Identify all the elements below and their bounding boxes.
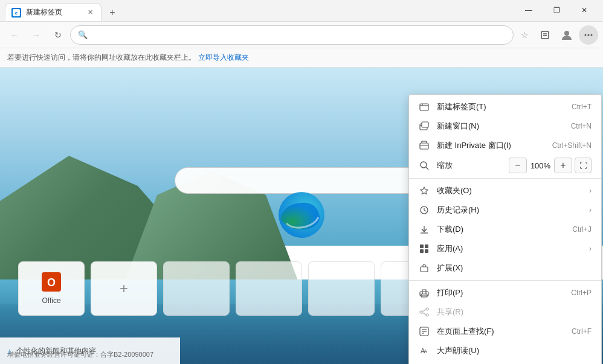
menu-divider-2 xyxy=(409,280,601,281)
tab-close-button[interactable]: ✕ xyxy=(85,8,95,18)
share-icon xyxy=(419,307,430,318)
svg-text:e: e xyxy=(15,10,18,16)
svg-rect-32 xyxy=(421,267,428,272)
address-input[interactable] xyxy=(92,30,506,39)
menu-button[interactable] xyxy=(579,25,598,45)
search-icon: 🔍 xyxy=(78,30,88,39)
menu-item-more-tools[interactable]: 更多工具(L) › xyxy=(409,360,601,364)
menu-item-find-shortcut: Ctrl+F xyxy=(572,327,592,336)
svg-text:O: O xyxy=(47,276,56,289)
menu-item-inprivate[interactable]: 新建 InPrivate 窗口(I) Ctrl+Shift+N xyxy=(409,136,601,155)
zoom-label-text: 缩放 xyxy=(437,160,453,171)
main-content: B xyxy=(0,68,603,364)
menu-item-new-window-label: 新建窗口(N) xyxy=(437,121,564,132)
svg-text:A: A xyxy=(424,348,427,354)
downloads-icon xyxy=(419,224,430,235)
restore-button[interactable]: ❐ xyxy=(543,0,570,21)
zoom-fullscreen-button[interactable]: ⛶ xyxy=(575,158,592,173)
search-input[interactable] xyxy=(185,176,408,185)
svg-rect-29 xyxy=(425,244,428,248)
address-input-wrap: 🔍 xyxy=(70,25,514,45)
back-button[interactable]: ← xyxy=(5,25,24,45)
favorites-bar: 若要进行快速访问，请将你的网址收藏放在此收藏夹栏上。 立即导入收藏夹 xyxy=(0,48,603,68)
menu-divider-1 xyxy=(409,178,601,179)
office-tile[interactable]: O Office xyxy=(18,261,85,316)
zoom-value: 100% xyxy=(527,161,554,170)
favorites-star-button[interactable]: ☆ xyxy=(516,27,533,43)
svg-point-36 xyxy=(420,311,422,313)
svg-rect-2 xyxy=(541,31,549,39)
favorites-icon xyxy=(419,185,430,196)
collections-button[interactable] xyxy=(535,25,555,45)
office-icon: O xyxy=(42,272,61,292)
menu-item-find-label: 在页面上查找(F) xyxy=(437,326,564,337)
address-bar: ← → ↻ 🔍 ☆ xyxy=(0,22,603,48)
empty-tile-1[interactable] xyxy=(163,261,230,316)
office-tile-label: Office xyxy=(42,296,60,305)
history-arrow-icon: › xyxy=(589,206,592,214)
menu-item-extensions-label: 扩展(X) xyxy=(437,263,592,273)
inprivate-icon xyxy=(419,140,430,151)
svg-point-7 xyxy=(588,34,590,36)
menu-item-inprivate-label: 新建 InPrivate 窗口(I) xyxy=(437,140,545,151)
active-tab[interactable]: e 新建标签页 ✕ xyxy=(5,3,102,21)
svg-rect-17 xyxy=(422,122,428,127)
menu-item-favorites[interactable]: 收藏夹(O) › xyxy=(409,181,601,200)
menu-item-extensions[interactable]: 扩展(X) xyxy=(409,258,601,278)
svg-point-5 xyxy=(564,31,569,36)
svg-line-39 xyxy=(422,313,426,315)
empty-tile-2[interactable] xyxy=(236,261,302,316)
zoom-in-button[interactable]: + xyxy=(554,158,572,173)
empty-tile-3[interactable] xyxy=(308,261,375,316)
menu-item-new-tab-shortcut: Ctrl+T xyxy=(572,103,592,111)
menu-item-print-shortcut: Ctrl+P xyxy=(571,289,592,297)
browser-window: e 新建标签页 ✕ + — ❐ ✕ ← → ↻ 🔍 ☆ xyxy=(0,0,603,364)
footer-text: 增值电信业务经营许可证可证：合字B2-20090007 xyxy=(7,350,153,359)
zoom-out-button[interactable]: − xyxy=(509,158,527,173)
menu-item-new-window[interactable]: 新建窗口(N) Ctrl+N xyxy=(409,117,601,136)
history-icon xyxy=(419,205,430,216)
svg-point-37 xyxy=(426,314,428,316)
tab-bar: e 新建标签页 ✕ + — ❐ ✕ xyxy=(0,0,603,22)
svg-line-24 xyxy=(426,167,428,170)
menu-item-new-tab[interactable]: 新建标签页(T) Ctrl+T xyxy=(409,97,601,117)
favorites-bar-text: 若要进行快速访问，请将你的网址收藏放在此收藏夹栏上。 xyxy=(7,53,196,63)
menu-item-find[interactable]: 在页面上查找(F) Ctrl+F xyxy=(409,322,601,341)
menu-item-share-label: 共享(R) xyxy=(437,307,592,318)
new-tab-button[interactable]: + xyxy=(104,4,121,21)
zoom-control: 缩放 − 100% + ⛶ xyxy=(409,155,601,176)
quick-tiles: O Office + xyxy=(18,261,447,316)
svg-rect-28 xyxy=(420,244,424,248)
menu-item-new-window-shortcut: Ctrl+N xyxy=(571,122,592,130)
minimize-button[interactable]: — xyxy=(515,0,543,21)
refresh-button[interactable]: ↻ xyxy=(48,25,68,45)
menu-item-apps[interactable]: 应用(A) › xyxy=(409,239,601,258)
menu-item-downloads[interactable]: 下载(D) Ctrl+J xyxy=(409,220,601,239)
add-tile[interactable]: + xyxy=(91,261,157,316)
favorites-arrow-icon: › xyxy=(589,187,592,195)
forward-button[interactable]: → xyxy=(27,25,46,45)
menu-item-print[interactable]: 打印(P) Ctrl+P xyxy=(409,283,601,302)
menu-item-history[interactable]: 历史记录(H) › xyxy=(409,200,601,220)
read-aloud-icon: AA xyxy=(419,345,430,356)
menu-item-history-label: 历史记录(H) xyxy=(437,205,579,216)
add-tile-icon: + xyxy=(120,280,128,297)
window-controls: — ❐ ✕ xyxy=(515,0,598,21)
svg-point-8 xyxy=(591,34,593,36)
tab-title: 新建标签页 xyxy=(26,7,80,18)
menu-item-apps-label: 应用(A) xyxy=(437,243,579,254)
context-menu: 新建标签页(T) Ctrl+T 新建窗口(N) Ctrl+N 新建 InPriv… xyxy=(408,94,602,364)
menu-item-read-aloud[interactable]: AA 大声朗读(U) xyxy=(409,341,601,360)
svg-point-23 xyxy=(421,162,427,168)
import-favorites-link[interactable]: 立即导入收藏夹 xyxy=(198,53,249,63)
find-icon xyxy=(419,326,430,337)
svg-rect-12 xyxy=(420,104,428,110)
new-tab-icon xyxy=(419,101,430,112)
zoom-icon xyxy=(419,160,430,171)
menu-item-print-label: 打印(P) xyxy=(437,287,564,298)
close-button[interactable]: ✕ xyxy=(570,0,598,21)
menu-item-inprivate-shortcut: Ctrl+Shift+N xyxy=(552,141,592,150)
profile-button[interactable] xyxy=(557,25,576,45)
tab-favicon: e xyxy=(11,8,21,18)
menu-item-downloads-label: 下载(D) xyxy=(437,224,565,235)
